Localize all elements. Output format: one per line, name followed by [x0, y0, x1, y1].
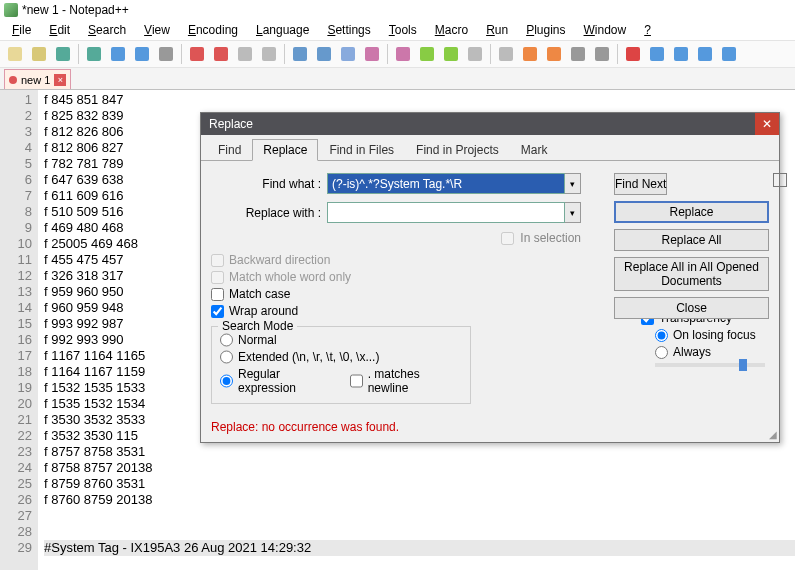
find-history-dropdown[interactable]: ▾ [565, 173, 581, 194]
toolbar-button-11[interactable] [289, 43, 311, 65]
menu-?[interactable]: ? [636, 21, 659, 39]
replace-all-opened-button[interactable]: Replace All in All Opened Documents [614, 257, 769, 291]
menu-encoding[interactable]: Encoding [180, 21, 246, 39]
toolbar-button-16[interactable] [416, 43, 438, 65]
toolbar-button-7[interactable] [186, 43, 208, 65]
toolbar-button-8[interactable] [210, 43, 232, 65]
dialog-tabs: FindReplaceFind in FilesFind in Projects… [201, 135, 779, 161]
menu-run[interactable]: Run [478, 21, 516, 39]
always-radio[interactable]: Always [655, 345, 765, 359]
toolbar-button-0[interactable] [4, 43, 26, 65]
dialog-buttons: Find Next Replace Replace All Replace Al… [614, 173, 769, 319]
toolbar-button-23[interactable] [591, 43, 613, 65]
toolbar-button-25[interactable] [646, 43, 668, 65]
on-losing-focus-radio[interactable]: On losing focus [655, 328, 765, 342]
find-direction-toggle[interactable] [773, 173, 787, 187]
menu-view[interactable]: View [136, 21, 178, 39]
toolbar-button-19[interactable] [495, 43, 517, 65]
find-what-input[interactable] [327, 173, 565, 194]
dialog-title: Replace [209, 117, 253, 131]
mode-regex-radio[interactable]: Regular expression [220, 367, 340, 395]
menu-language[interactable]: Language [248, 21, 317, 39]
in-selection-input [501, 232, 514, 245]
document-tab-bar: new 1 × [0, 68, 795, 90]
toolbar-button-13[interactable] [337, 43, 359, 65]
mode-extended-radio[interactable]: Extended (\n, \r, \t, \0, \x...) [220, 350, 462, 364]
toolbar-button-28[interactable] [718, 43, 740, 65]
toolbar-button-5[interactable] [131, 43, 153, 65]
toolbar-button-17[interactable] [440, 43, 462, 65]
slider-thumb[interactable] [739, 359, 747, 371]
toolbar-button-20[interactable] [519, 43, 541, 65]
menu-edit[interactable]: Edit [41, 21, 78, 39]
toolbar-button-14[interactable] [361, 43, 383, 65]
tab-find-in-projects[interactable]: Find in Projects [405, 139, 510, 161]
backward-checkbox: Backward direction [211, 253, 431, 267]
replace-history-dropdown[interactable]: ▾ [565, 202, 581, 223]
toolbar-button-12[interactable] [313, 43, 335, 65]
menu-plugins[interactable]: Plugins [518, 21, 573, 39]
find-what-label: Find what : [211, 177, 321, 191]
in-selection-checkbox: In selection [501, 231, 581, 245]
title-bar: *new 1 - Notepad++ [0, 0, 795, 20]
toolbar-button-15[interactable] [392, 43, 414, 65]
toolbar-button-22[interactable] [567, 43, 589, 65]
toolbar-button-26[interactable] [670, 43, 692, 65]
window-title: *new 1 - Notepad++ [22, 3, 129, 17]
wrap-around-checkbox[interactable]: Wrap around [211, 304, 431, 318]
toolbar-button-9[interactable] [234, 43, 256, 65]
unsaved-dot-icon [9, 76, 17, 84]
app-icon [4, 3, 18, 17]
replace-all-button[interactable]: Replace All [614, 229, 769, 251]
menu-bar: FileEditSearchViewEncodingLanguageSettin… [0, 20, 795, 40]
toolbar-button-10[interactable] [258, 43, 280, 65]
resize-grip-icon[interactable]: ◢ [769, 429, 777, 440]
dialog-status: Replace: no occurrence was found. [201, 414, 779, 442]
toolbar-button-4[interactable] [107, 43, 129, 65]
dialog-body: Find what : ▾ Replace with : ▾ In select… [201, 160, 779, 414]
toolbar-button-21[interactable] [543, 43, 565, 65]
toolbar-button-24[interactable] [622, 43, 644, 65]
toolbar-button-3[interactable] [83, 43, 105, 65]
find-next-button[interactable]: Find Next [614, 173, 667, 195]
toolbar-button-18[interactable] [464, 43, 486, 65]
whole-word-checkbox: Match whole word only [211, 270, 431, 284]
search-mode-legend: Search Mode [218, 319, 297, 333]
menu-file[interactable]: File [4, 21, 39, 39]
menu-tools[interactable]: Tools [381, 21, 425, 39]
toolbar-button-27[interactable] [694, 43, 716, 65]
dot-newline-checkbox[interactable]: . matches newline [350, 367, 462, 395]
menu-macro[interactable]: Macro [427, 21, 476, 39]
mode-normal-radio[interactable]: Normal [220, 333, 462, 347]
menu-settings[interactable]: Settings [319, 21, 378, 39]
toolbar [0, 40, 795, 68]
line-number-gutter: 1234567891011121314151617181920212223242… [0, 90, 38, 570]
replace-dialog: Replace ✕ FindReplaceFind in FilesFind i… [200, 112, 780, 443]
menu-window[interactable]: Window [576, 21, 635, 39]
replace-button[interactable]: Replace [614, 201, 769, 223]
toolbar-button-2[interactable] [52, 43, 74, 65]
document-tab[interactable]: new 1 × [4, 69, 71, 89]
transparency-group: Transparency On losing focus Always [641, 311, 765, 367]
tab-mark[interactable]: Mark [510, 139, 559, 161]
close-button[interactable]: Close [614, 297, 769, 319]
close-icon[interactable]: ✕ [755, 113, 779, 135]
toolbar-button-1[interactable] [28, 43, 50, 65]
tab-replace[interactable]: Replace [252, 139, 318, 161]
replace-with-label: Replace with : [211, 206, 321, 220]
menu-search[interactable]: Search [80, 21, 134, 39]
match-case-checkbox[interactable]: Match case [211, 287, 431, 301]
dialog-title-bar[interactable]: Replace ✕ [201, 113, 779, 135]
tab-find[interactable]: Find [207, 139, 252, 161]
transparency-slider[interactable] [655, 363, 765, 367]
toolbar-button-6[interactable] [155, 43, 177, 65]
document-tab-label: new 1 [21, 74, 50, 86]
replace-with-input[interactable] [327, 202, 565, 223]
tab-find-in-files[interactable]: Find in Files [318, 139, 405, 161]
close-tab-icon[interactable]: × [54, 74, 66, 86]
